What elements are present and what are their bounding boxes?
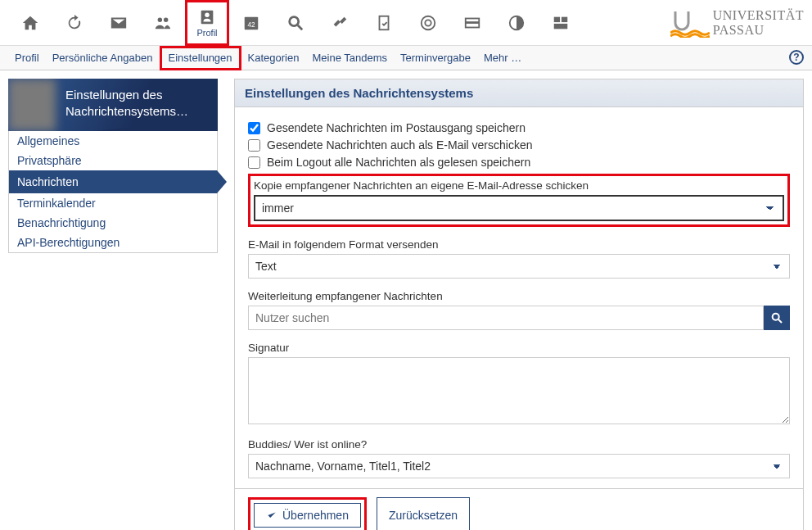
svg-point-14 [773, 314, 779, 320]
chk-logout-read-label: Beim Logout alle Nachrichten als gelesen… [267, 156, 530, 169]
home-icon[interactable] [8, 0, 52, 46]
sidenav-api[interactable]: API-Berechtigungen [9, 233, 217, 252]
panel-title: Einstellungen des Nachrichtensystems [235, 79, 803, 107]
refresh-icon[interactable] [52, 0, 97, 46]
subnav-categories[interactable]: Kategorien [241, 46, 306, 70]
format-label: E-Mail in folgendem Format versenden [248, 238, 790, 251]
subnav-tandems[interactable]: Meine Tandems [305, 46, 394, 70]
sidenav-notification[interactable]: Benachrichtigung [9, 213, 217, 233]
forward-label: Weiterleitung empfangener Nachrichten [248, 290, 790, 302]
card-icon[interactable] [450, 0, 494, 46]
settings-panel: Einstellungen des Nachrichtensystems Ges… [234, 79, 804, 530]
reset-label: Zurücksetzen [389, 509, 458, 522]
sub-nav: Profil Persönliche Angaben Einstellungen… [0, 46, 812, 70]
forward-search-button[interactable] [764, 306, 790, 330]
tools-icon[interactable] [318, 0, 362, 46]
buddies-select[interactable]: Nachname, Vorname, Titel1, Titel2 [248, 454, 790, 478]
svg-rect-12 [562, 16, 567, 21]
sidenav-general[interactable]: Allgemeines [9, 131, 217, 151]
side-nav: Allgemeines Privatsphäre Nachrichten Ter… [8, 131, 218, 253]
submit-button[interactable]: Übernehmen [254, 503, 361, 528]
page-title: Einstellungen des Nachrichtensystems… [8, 79, 218, 131]
clipboard-icon[interactable] [362, 0, 406, 46]
chk-save-outbox[interactable] [248, 122, 260, 134]
help-icon[interactable]: ? [789, 50, 804, 65]
svg-rect-9 [466, 21, 480, 24]
buddies-label: Buddies/ Wer ist online? [248, 438, 790, 451]
university-logo: UNIVERSITÄTPASSAU [670, 8, 804, 38]
signature-textarea[interactable] [248, 357, 790, 424]
subnav-appointments[interactable]: Terminvergabe [394, 46, 477, 70]
calendar-icon[interactable]: 42 [229, 0, 273, 46]
format-select[interactable]: Text [248, 254, 790, 279]
reset-button[interactable]: Zurücksetzen [377, 497, 470, 530]
chk-send-email[interactable] [248, 139, 260, 152]
svg-rect-13 [554, 23, 568, 28]
lifebuoy-icon[interactable] [406, 0, 450, 46]
community-icon[interactable] [141, 0, 185, 46]
logo-text: UNIVERSITÄTPASSAU [713, 8, 804, 38]
svg-point-4 [290, 16, 299, 25]
top-toolbar: Profil 42 UNIVERSITÄTPASSAU [0, 0, 812, 46]
svg-point-7 [425, 20, 431, 25]
subnav-more[interactable]: Mehr … [477, 46, 528, 70]
contrast-icon[interactable] [494, 0, 539, 46]
forward-search-input[interactable] [248, 306, 764, 330]
subnav-personal[interactable]: Persönliche Angaben [46, 46, 160, 70]
chk-send-email-label: Gesendete Nachrichten auch als E-Mail ve… [267, 138, 533, 152]
sidenav-messages[interactable]: Nachrichten [9, 170, 217, 193]
chk-save-outbox-label: Gesendete Nachrichten im Postausgang spe… [267, 121, 526, 134]
copy-select[interactable]: immer [254, 195, 784, 221]
layout-icon[interactable] [539, 0, 583, 46]
sidenav-privacy[interactable]: Privatsphäre [9, 151, 217, 170]
svg-point-1 [205, 12, 210, 17]
svg-text:42: 42 [247, 20, 255, 28]
profile-icon[interactable]: Profil [185, 0, 229, 46]
submit-label: Übernehmen [282, 509, 349, 522]
svg-point-6 [422, 16, 435, 29]
profile-label: Profil [196, 28, 217, 38]
sidenav-calendar[interactable]: Terminkalender [9, 193, 217, 213]
search-icon[interactable] [273, 0, 318, 46]
subnav-profil[interactable]: Profil [8, 46, 46, 70]
signature-label: Signatur [248, 342, 790, 354]
subnav-settings[interactable]: Einstellungen [160, 46, 241, 70]
mail-icon[interactable] [97, 0, 141, 46]
chk-logout-read[interactable] [248, 156, 260, 169]
page-title-text: Einstellungen des Nachrichtensystems… [65, 87, 206, 119]
svg-rect-11 [554, 16, 560, 21]
copy-label: Kopie empfangener Nachrichten an eigene … [250, 179, 787, 192]
